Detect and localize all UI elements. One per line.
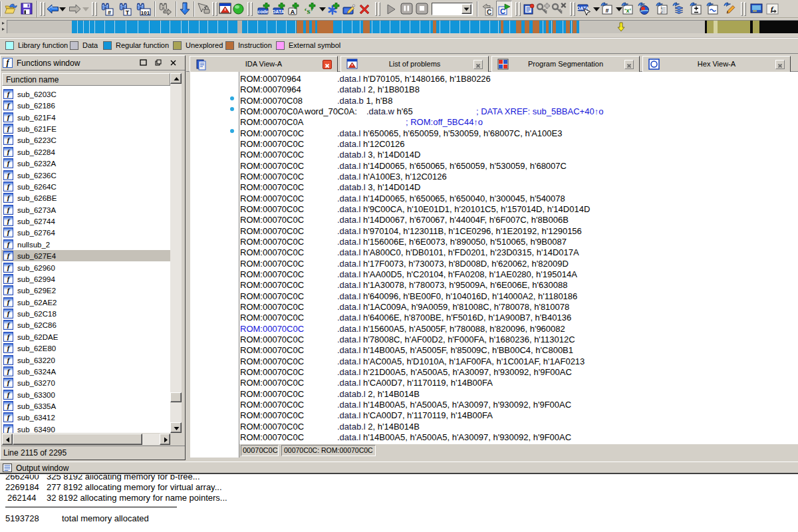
svg-text:DATA: DATA bbox=[273, 9, 285, 14]
svg-text:A: A bbox=[291, 9, 295, 15]
svg-text:101: 101 bbox=[141, 10, 150, 16]
svg-text:#: # bbox=[605, 7, 608, 14]
svg-text:‘x’: ‘x’ bbox=[624, 7, 631, 14]
svg-text:#: # bbox=[108, 9, 111, 16]
svg-text:C: C bbox=[487, 9, 491, 16]
svg-text:DATA: DATA bbox=[577, 6, 589, 11]
svg-text:code: code bbox=[257, 9, 268, 14]
svg-text:T: T bbox=[126, 9, 130, 16]
